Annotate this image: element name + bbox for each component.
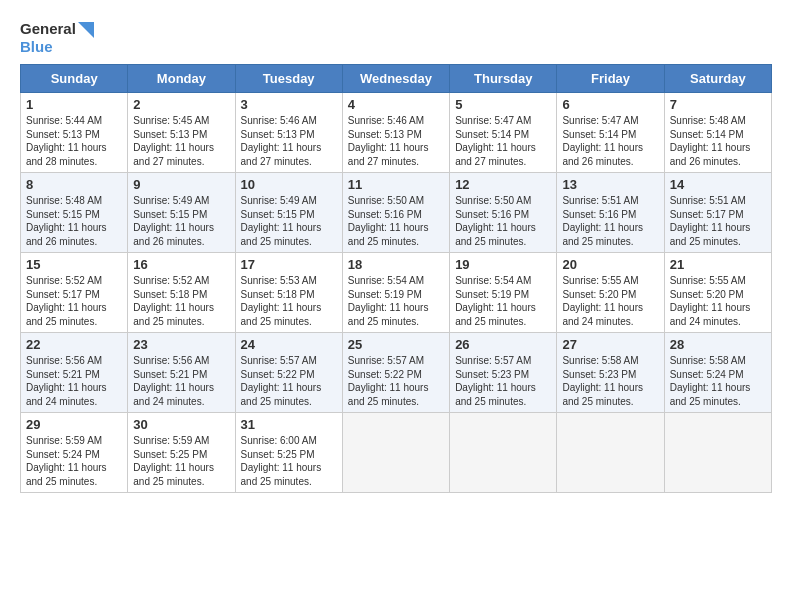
day-info: Sunrise: 5:59 AM Sunset: 5:25 PM Dayligh… [133,434,229,488]
sunset-label: Sunset: 5:16 PM [348,209,422,220]
day-number: 29 [26,417,122,432]
day-number: 18 [348,257,444,272]
sunrise-label: Sunrise: 5:56 AM [26,355,102,366]
daylight-label: Daylight: 11 hours and 25 minutes. [26,462,107,487]
calendar-day-cell: 30 Sunrise: 5:59 AM Sunset: 5:25 PM Dayl… [128,413,235,493]
day-info: Sunrise: 5:53 AM Sunset: 5:18 PM Dayligh… [241,274,337,328]
calendar-week-row: 29 Sunrise: 5:59 AM Sunset: 5:24 PM Dayl… [21,413,772,493]
day-number: 16 [133,257,229,272]
day-info: Sunrise: 5:51 AM Sunset: 5:16 PM Dayligh… [562,194,658,248]
sunrise-label: Sunrise: 5:46 AM [348,115,424,126]
daylight-label: Daylight: 11 hours and 25 minutes. [241,462,322,487]
logo-text: General Blue [20,20,94,56]
calendar-day-cell: 14 Sunrise: 5:51 AM Sunset: 5:17 PM Dayl… [664,173,771,253]
sunset-label: Sunset: 5:24 PM [670,369,744,380]
sunrise-label: Sunrise: 5:57 AM [348,355,424,366]
sunrise-label: Sunrise: 5:55 AM [670,275,746,286]
sunset-label: Sunset: 5:17 PM [26,289,100,300]
day-info: Sunrise: 5:58 AM Sunset: 5:24 PM Dayligh… [670,354,766,408]
day-number: 14 [670,177,766,192]
calendar-day-cell: 19 Sunrise: 5:54 AM Sunset: 5:19 PM Dayl… [450,253,557,333]
daylight-label: Daylight: 11 hours and 26 minutes. [670,142,751,167]
daylight-label: Daylight: 11 hours and 25 minutes. [241,382,322,407]
sunset-label: Sunset: 5:17 PM [670,209,744,220]
day-number: 19 [455,257,551,272]
daylight-label: Daylight: 11 hours and 25 minutes. [562,382,643,407]
day-info: Sunrise: 5:59 AM Sunset: 5:24 PM Dayligh… [26,434,122,488]
sunset-label: Sunset: 5:23 PM [562,369,636,380]
day-info: Sunrise: 5:57 AM Sunset: 5:22 PM Dayligh… [348,354,444,408]
day-info: Sunrise: 6:00 AM Sunset: 5:25 PM Dayligh… [241,434,337,488]
sunset-label: Sunset: 5:15 PM [26,209,100,220]
day-info: Sunrise: 5:54 AM Sunset: 5:19 PM Dayligh… [455,274,551,328]
calendar-day-cell: 6 Sunrise: 5:47 AM Sunset: 5:14 PM Dayli… [557,93,664,173]
day-number: 25 [348,337,444,352]
calendar-day-cell: 29 Sunrise: 5:59 AM Sunset: 5:24 PM Dayl… [21,413,128,493]
calendar-day-cell: 9 Sunrise: 5:49 AM Sunset: 5:15 PM Dayli… [128,173,235,253]
logo: General Blue [20,20,94,56]
day-info: Sunrise: 5:57 AM Sunset: 5:23 PM Dayligh… [455,354,551,408]
calendar-day-cell: 1 Sunrise: 5:44 AM Sunset: 5:13 PM Dayli… [21,93,128,173]
day-info: Sunrise: 5:48 AM Sunset: 5:14 PM Dayligh… [670,114,766,168]
daylight-label: Daylight: 11 hours and 25 minutes. [348,302,429,327]
sunset-label: Sunset: 5:19 PM [348,289,422,300]
day-number: 15 [26,257,122,272]
calendar-day-cell: 3 Sunrise: 5:46 AM Sunset: 5:13 PM Dayli… [235,93,342,173]
sunrise-label: Sunrise: 5:50 AM [455,195,531,206]
day-number: 21 [670,257,766,272]
day-info: Sunrise: 5:55 AM Sunset: 5:20 PM Dayligh… [670,274,766,328]
sunrise-label: Sunrise: 5:51 AM [670,195,746,206]
daylight-label: Daylight: 11 hours and 25 minutes. [670,382,751,407]
day-number: 28 [670,337,766,352]
sunrise-label: Sunrise: 5:56 AM [133,355,209,366]
sunrise-label: Sunrise: 5:47 AM [562,115,638,126]
day-of-week-header: Monday [128,65,235,93]
daylight-label: Daylight: 11 hours and 26 minutes. [562,142,643,167]
calendar-week-row: 1 Sunrise: 5:44 AM Sunset: 5:13 PM Dayli… [21,93,772,173]
sunrise-label: Sunrise: 5:51 AM [562,195,638,206]
day-info: Sunrise: 5:47 AM Sunset: 5:14 PM Dayligh… [562,114,658,168]
daylight-label: Daylight: 11 hours and 26 minutes. [26,222,107,247]
day-number: 24 [241,337,337,352]
sunrise-label: Sunrise: 6:00 AM [241,435,317,446]
sunrise-label: Sunrise: 5:44 AM [26,115,102,126]
calendar-day-cell: 17 Sunrise: 5:53 AM Sunset: 5:18 PM Dayl… [235,253,342,333]
day-info: Sunrise: 5:54 AM Sunset: 5:19 PM Dayligh… [348,274,444,328]
sunset-label: Sunset: 5:19 PM [455,289,529,300]
sunset-label: Sunset: 5:13 PM [133,129,207,140]
calendar-day-cell: 12 Sunrise: 5:50 AM Sunset: 5:16 PM Dayl… [450,173,557,253]
day-number: 12 [455,177,551,192]
sunset-label: Sunset: 5:21 PM [26,369,100,380]
sunset-label: Sunset: 5:13 PM [348,129,422,140]
day-of-week-header: Tuesday [235,65,342,93]
sunrise-label: Sunrise: 5:53 AM [241,275,317,286]
sunset-label: Sunset: 5:22 PM [348,369,422,380]
sunset-label: Sunset: 5:18 PM [241,289,315,300]
sunrise-label: Sunrise: 5:48 AM [670,115,746,126]
day-info: Sunrise: 5:46 AM Sunset: 5:13 PM Dayligh… [348,114,444,168]
day-info: Sunrise: 5:45 AM Sunset: 5:13 PM Dayligh… [133,114,229,168]
day-of-week-header: Wednesday [342,65,449,93]
sunrise-label: Sunrise: 5:52 AM [133,275,209,286]
day-of-week-header: Sunday [21,65,128,93]
calendar-day-cell: 10 Sunrise: 5:49 AM Sunset: 5:15 PM Dayl… [235,173,342,253]
day-info: Sunrise: 5:56 AM Sunset: 5:21 PM Dayligh… [26,354,122,408]
sunset-label: Sunset: 5:14 PM [562,129,636,140]
day-number: 2 [133,97,229,112]
sunrise-label: Sunrise: 5:59 AM [26,435,102,446]
sunset-label: Sunset: 5:22 PM [241,369,315,380]
sunrise-label: Sunrise: 5:49 AM [133,195,209,206]
calendar-day-cell: 21 Sunrise: 5:55 AM Sunset: 5:20 PM Dayl… [664,253,771,333]
daylight-label: Daylight: 11 hours and 25 minutes. [241,302,322,327]
day-number: 1 [26,97,122,112]
day-number: 3 [241,97,337,112]
sunrise-label: Sunrise: 5:50 AM [348,195,424,206]
day-number: 8 [26,177,122,192]
calendar-day-cell: 24 Sunrise: 5:57 AM Sunset: 5:22 PM Dayl… [235,333,342,413]
day-info: Sunrise: 5:48 AM Sunset: 5:15 PM Dayligh… [26,194,122,248]
day-info: Sunrise: 5:46 AM Sunset: 5:13 PM Dayligh… [241,114,337,168]
daylight-label: Daylight: 11 hours and 24 minutes. [670,302,751,327]
daylight-label: Daylight: 11 hours and 24 minutes. [562,302,643,327]
sunset-label: Sunset: 5:20 PM [562,289,636,300]
day-number: 5 [455,97,551,112]
